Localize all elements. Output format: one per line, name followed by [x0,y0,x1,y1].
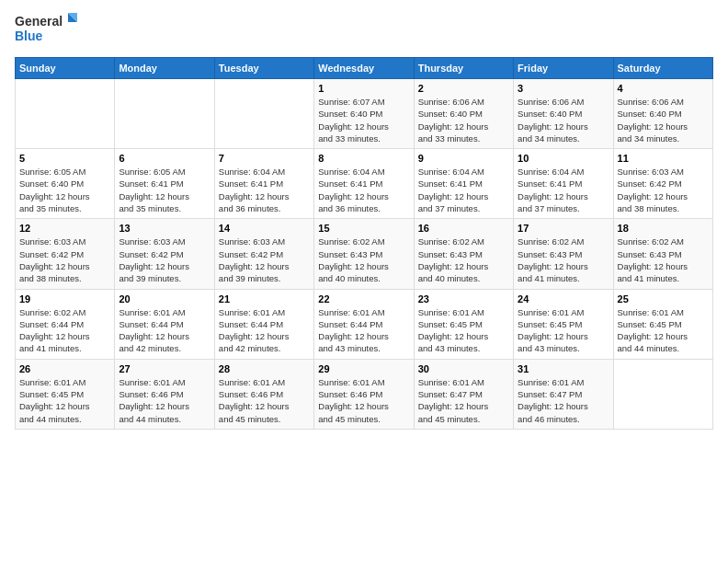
weekday-monday: Monday [115,58,214,79]
calendar-cell: 29Sunrise: 6:01 AMSunset: 6:46 PMDayligh… [314,359,414,429]
weekday-tuesday: Tuesday [214,58,313,79]
calendar-cell: 23Sunrise: 6:01 AMSunset: 6:45 PMDayligh… [414,289,513,359]
week-row-3: 19Sunrise: 6:02 AMSunset: 6:44 PMDayligh… [16,289,713,359]
day-info: Sunrise: 6:05 AMSunset: 6:40 PMDaylight:… [19,166,110,214]
calendar-cell: 16Sunrise: 6:02 AMSunset: 6:43 PMDayligh… [414,219,513,289]
day-number: 22 [318,293,409,304]
day-info: Sunrise: 6:01 AMSunset: 6:44 PMDaylight:… [318,306,409,355]
day-info: Sunrise: 6:01 AMSunset: 6:45 PMDaylight:… [19,376,110,425]
calendar-cell: 12Sunrise: 6:03 AMSunset: 6:42 PMDayligh… [16,219,115,289]
day-info: Sunrise: 6:04 AMSunset: 6:41 PMDaylight:… [518,166,609,214]
calendar-cell: 6Sunrise: 6:05 AMSunset: 6:41 PMDaylight… [115,149,214,219]
day-info: Sunrise: 6:01 AMSunset: 6:45 PMDaylight:… [418,306,509,355]
day-info: Sunrise: 6:02 AMSunset: 6:43 PMDaylight:… [318,236,409,284]
calendar-cell: 3Sunrise: 6:06 AMSunset: 6:40 PMDaylight… [514,79,613,149]
weekday-saturday: Saturday [613,58,712,79]
calendar-cell: 1Sunrise: 6:07 AMSunset: 6:40 PMDaylight… [314,79,414,149]
day-info: Sunrise: 6:03 AMSunset: 6:42 PMDaylight:… [19,236,110,284]
day-number: 5 [19,153,110,164]
day-number: 10 [518,153,609,164]
day-info: Sunrise: 6:03 AMSunset: 6:42 PMDaylight:… [119,236,210,284]
calendar-cell: 17Sunrise: 6:02 AMSunset: 6:43 PMDayligh… [514,219,613,289]
day-number: 9 [418,153,509,164]
day-number: 14 [219,223,310,234]
day-number: 19 [19,293,110,304]
calendar-cell: 8Sunrise: 6:04 AMSunset: 6:41 PMDaylight… [314,149,414,219]
day-number: 4 [618,83,709,94]
day-info: Sunrise: 6:01 AMSunset: 6:47 PMDaylight:… [418,376,509,425]
day-info: Sunrise: 6:01 AMSunset: 6:44 PMDaylight:… [119,306,210,355]
weekday-friday: Friday [514,58,613,79]
logo: General Blue [15,9,81,50]
calendar-cell: 14Sunrise: 6:03 AMSunset: 6:42 PMDayligh… [214,219,313,289]
day-number: 7 [219,153,310,164]
weekday-header-row: SundayMondayTuesdayWednesdayThursdayFrid… [16,58,713,79]
day-info: Sunrise: 6:01 AMSunset: 6:46 PMDaylight:… [119,376,210,425]
day-number: 20 [119,293,210,304]
week-row-1: 5Sunrise: 6:05 AMSunset: 6:40 PMDaylight… [16,149,713,219]
calendar-cell: 18Sunrise: 6:02 AMSunset: 6:43 PMDayligh… [613,219,712,289]
calendar-cell: 11Sunrise: 6:03 AMSunset: 6:42 PMDayligh… [613,149,712,219]
day-info: Sunrise: 6:04 AMSunset: 6:41 PMDaylight:… [418,166,509,214]
calendar-cell: 22Sunrise: 6:01 AMSunset: 6:44 PMDayligh… [314,289,414,359]
calendar-cell: 25Sunrise: 6:01 AMSunset: 6:45 PMDayligh… [613,289,712,359]
day-info: Sunrise: 6:02 AMSunset: 6:43 PMDaylight:… [418,236,509,284]
calendar-cell: 27Sunrise: 6:01 AMSunset: 6:46 PMDayligh… [115,359,214,429]
day-info: Sunrise: 6:02 AMSunset: 6:43 PMDaylight:… [518,236,609,284]
day-number: 23 [418,293,509,304]
day-info: Sunrise: 6:06 AMSunset: 6:40 PMDaylight:… [418,96,509,144]
day-info: Sunrise: 6:07 AMSunset: 6:40 PMDaylight:… [318,96,409,144]
day-number: 1 [318,83,409,94]
day-info: Sunrise: 6:06 AMSunset: 6:40 PMDaylight:… [618,96,709,144]
day-number: 24 [518,293,609,304]
weekday-wednesday: Wednesday [314,58,414,79]
calendar-cell: 26Sunrise: 6:01 AMSunset: 6:45 PMDayligh… [16,359,115,429]
calendar-cell [214,79,313,149]
week-row-0: 1Sunrise: 6:07 AMSunset: 6:40 PMDaylight… [16,79,713,149]
calendar-cell: 4Sunrise: 6:06 AMSunset: 6:40 PMDaylight… [613,79,712,149]
svg-text:Blue: Blue [15,29,43,43]
calendar-cell: 2Sunrise: 6:06 AMSunset: 6:40 PMDaylight… [414,79,513,149]
day-number: 2 [418,83,509,94]
day-number: 6 [119,153,210,164]
day-number: 18 [618,223,709,234]
day-number: 29 [318,363,409,374]
calendar-cell: 24Sunrise: 6:01 AMSunset: 6:45 PMDayligh… [514,289,613,359]
day-info: Sunrise: 6:01 AMSunset: 6:46 PMDaylight:… [318,376,409,425]
day-number: 30 [418,363,509,374]
day-number: 26 [19,363,110,374]
day-info: Sunrise: 6:02 AMSunset: 6:43 PMDaylight:… [618,236,709,284]
week-row-2: 12Sunrise: 6:03 AMSunset: 6:42 PMDayligh… [16,219,713,289]
day-info: Sunrise: 6:03 AMSunset: 6:42 PMDaylight:… [618,166,709,214]
calendar-table: SundayMondayTuesdayWednesdayThursdayFrid… [15,57,713,430]
calendar-cell: 28Sunrise: 6:01 AMSunset: 6:46 PMDayligh… [214,359,313,429]
day-number: 15 [318,223,409,234]
day-info: Sunrise: 6:01 AMSunset: 6:46 PMDaylight:… [219,376,310,425]
day-number: 28 [219,363,310,374]
day-info: Sunrise: 6:05 AMSunset: 6:41 PMDaylight:… [119,166,210,214]
day-info: Sunrise: 6:01 AMSunset: 6:47 PMDaylight:… [518,376,609,425]
day-number: 13 [119,223,210,234]
calendar-cell: 10Sunrise: 6:04 AMSunset: 6:41 PMDayligh… [514,149,613,219]
calendar-cell: 9Sunrise: 6:04 AMSunset: 6:41 PMDaylight… [414,149,513,219]
calendar-cell: 15Sunrise: 6:02 AMSunset: 6:43 PMDayligh… [314,219,414,289]
calendar-cell [613,359,712,429]
day-info: Sunrise: 6:01 AMSunset: 6:45 PMDaylight:… [518,306,609,355]
day-number: 16 [418,223,509,234]
calendar-cell: 7Sunrise: 6:04 AMSunset: 6:41 PMDaylight… [214,149,313,219]
svg-text:General: General [15,14,63,29]
header: General Blue [15,9,713,50]
calendar-cell: 20Sunrise: 6:01 AMSunset: 6:44 PMDayligh… [115,289,214,359]
day-number: 21 [219,293,310,304]
calendar-cell: 5Sunrise: 6:05 AMSunset: 6:40 PMDaylight… [16,149,115,219]
day-info: Sunrise: 6:01 AMSunset: 6:45 PMDaylight:… [618,306,709,355]
weekday-thursday: Thursday [414,58,513,79]
day-number: 3 [518,83,609,94]
calendar-cell: 19Sunrise: 6:02 AMSunset: 6:44 PMDayligh… [16,289,115,359]
day-info: Sunrise: 6:03 AMSunset: 6:42 PMDaylight:… [219,236,310,284]
calendar-cell: 30Sunrise: 6:01 AMSunset: 6:47 PMDayligh… [414,359,513,429]
day-number: 31 [518,363,609,374]
week-row-4: 26Sunrise: 6:01 AMSunset: 6:45 PMDayligh… [16,359,713,429]
day-number: 11 [618,153,709,164]
calendar-cell [16,79,115,149]
